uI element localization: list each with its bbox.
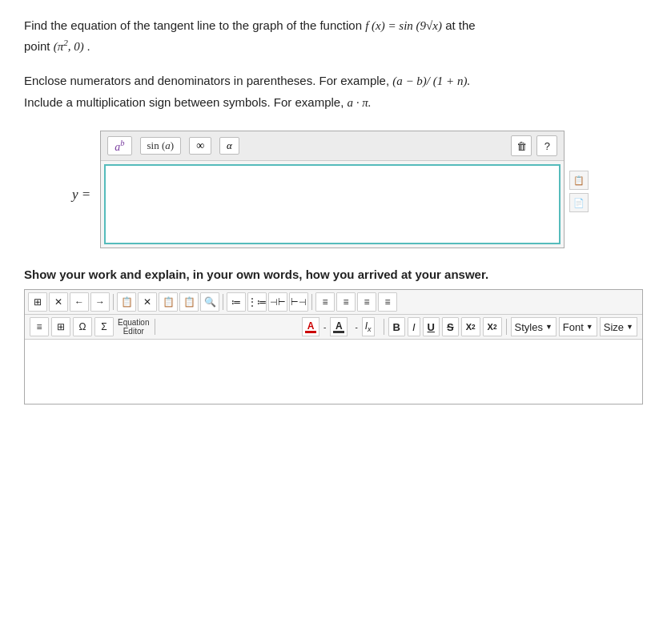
- example1: (a − b)/ (1 + n).: [392, 74, 470, 87]
- eq-editor-label: EquationEditor: [118, 318, 149, 336]
- undo-icon[interactable]: ←: [70, 292, 89, 312]
- hamburger-icon[interactable]: ≡: [30, 317, 49, 336]
- example2: a · π.: [348, 96, 372, 109]
- separator1: [113, 294, 114, 310]
- ab-button[interactable]: ab: [107, 136, 131, 156]
- styles-label: Styles: [515, 321, 543, 333]
- problem-point: (π2, 0): [54, 40, 87, 53]
- eq-side-icons: 📋 📄: [569, 171, 589, 212]
- infinity-button[interactable]: ∞: [189, 137, 211, 155]
- equation-editor-container: y = ab sin (a) ∞ α 🗑 ? 📋 📄: [72, 131, 643, 248]
- align-center-icon[interactable]: ≡: [336, 292, 356, 312]
- separator3: [311, 294, 312, 310]
- editor-toolbar-bottom: ≡ ⊞ Ω Σ EquationEditor A - A - Ix B I U …: [25, 315, 642, 340]
- close-icon[interactable]: ✕: [49, 292, 68, 312]
- problem-statement: Find the equation of the tangent line to…: [24, 16, 643, 56]
- redo-icon[interactable]: →: [90, 292, 110, 312]
- superscript-button[interactable]: X2: [483, 317, 502, 336]
- font-color-black-bar: [333, 331, 344, 333]
- italic-x-label: Ix: [365, 320, 372, 333]
- dash-separator2: -: [355, 323, 357, 332]
- omega-icon[interactable]: Ω: [73, 317, 92, 336]
- italic-button[interactable]: I: [408, 317, 420, 336]
- grid-icon[interactable]: ⊞: [51, 317, 70, 336]
- font-color-red-button[interactable]: A: [302, 317, 319, 336]
- rich-text-editor: ⊞ ✕ ← → 📋 ✕ 📋 📋 🔍 ≔ ⋮≔ ⊣⊢ ⊢⊣ ≡ ≡ ≡ ≡ ≡ ⊞…: [24, 289, 643, 405]
- eq-input-area[interactable]: [104, 164, 561, 244]
- problem-line1: Find the equation of the tangent line to…: [24, 18, 476, 32]
- alpha-button[interactable]: α: [219, 137, 239, 155]
- font-color-red-bar: [305, 331, 316, 333]
- eq-label: y =: [72, 187, 90, 203]
- editor-body[interactable]: [25, 340, 642, 404]
- list-unordered-icon[interactable]: ⋮≔: [247, 292, 267, 312]
- size-arrow: ▼: [626, 323, 633, 331]
- align-justify-icon[interactable]: ≡: [378, 292, 397, 312]
- copy-icon[interactable]: 📋: [117, 292, 136, 312]
- indent-decrease-icon[interactable]: ⊣⊢: [268, 292, 287, 312]
- styles-arrow: ▼: [545, 323, 552, 331]
- separator2: [223, 294, 223, 310]
- paste2-icon[interactable]: 📋: [179, 292, 199, 312]
- size-dropdown[interactable]: Size ▼: [600, 317, 637, 336]
- paste1-icon[interactable]: 📋: [159, 292, 178, 312]
- styles-dropdown[interactable]: Styles ▼: [511, 317, 557, 336]
- search-icon[interactable]: 🔍: [200, 292, 219, 312]
- copy-icon[interactable]: 📋: [569, 171, 589, 190]
- list-ordered-icon[interactable]: ≔: [227, 292, 246, 312]
- cut-icon[interactable]: ✕: [138, 292, 157, 312]
- font-color-red-letter: A: [307, 321, 315, 331]
- separator6: [506, 319, 507, 335]
- table-icon[interactable]: ⊞: [28, 292, 47, 312]
- align-left-icon[interactable]: ≡: [315, 292, 335, 312]
- bold-button[interactable]: B: [388, 317, 405, 336]
- size-label: Size: [604, 321, 624, 333]
- underline-button[interactable]: U: [423, 317, 440, 336]
- eq-editor-text: EquationEditor: [118, 318, 149, 336]
- sigma-icon[interactable]: Σ: [94, 317, 114, 336]
- work-label: Show your work and explain, in your own …: [24, 268, 643, 281]
- paste-icon[interactable]: 📄: [569, 193, 589, 212]
- instructions-block: Enclose numerators and denominators in p…: [24, 70, 643, 113]
- font-label: Font: [563, 321, 584, 333]
- strikethrough-button[interactable]: S: [442, 317, 459, 336]
- problem-line2: point (π2, 0) .: [24, 39, 90, 53]
- separator4: [155, 319, 155, 335]
- eq-toolbar: ab sin (a) ∞ α 🗑 ?: [101, 131, 564, 161]
- align-right-icon[interactable]: ≡: [357, 292, 376, 312]
- indent-increase-icon[interactable]: ⊢⊣: [289, 292, 308, 312]
- font-color-black-button[interactable]: A: [330, 317, 348, 336]
- font-arrow: ▼: [586, 323, 593, 331]
- font-color-clearformat-button[interactable]: Ix: [362, 317, 375, 336]
- equation-editor-box: ab sin (a) ∞ α 🗑 ?: [100, 131, 565, 248]
- dash-separator: -: [323, 323, 326, 332]
- help-icon[interactable]: ?: [536, 135, 557, 156]
- sin-button[interactable]: sin (a): [140, 137, 182, 155]
- subscript-button[interactable]: X2: [461, 317, 480, 336]
- font-color-black-letter: A: [336, 321, 343, 331]
- trash-icon[interactable]: 🗑: [511, 135, 532, 156]
- separator5: [384, 319, 384, 335]
- editor-toolbar-top: ⊞ ✕ ← → 📋 ✕ 📋 📋 🔍 ≔ ⋮≔ ⊣⊢ ⊢⊣ ≡ ≡ ≡ ≡: [25, 290, 642, 315]
- font-dropdown[interactable]: Font ▼: [559, 317, 597, 336]
- eq-toolbar-right: 🗑 ?: [511, 135, 557, 156]
- problem-function: f (x) = sin (9√x): [365, 19, 442, 32]
